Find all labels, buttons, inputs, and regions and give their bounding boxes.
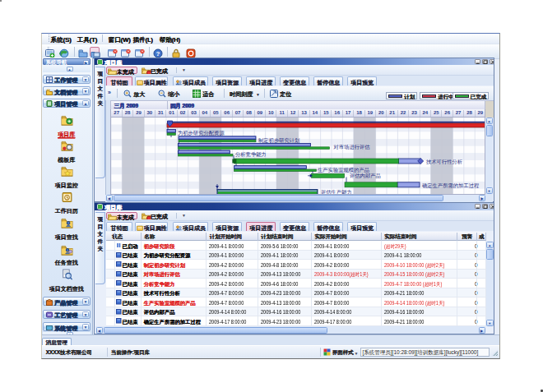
- svg-text:分析竞争能力: 分析竞争能力: [235, 151, 267, 158]
- svg-text:制定初步研究计划: 制定初步研究计划: [258, 136, 299, 143]
- svg-text:技术可行性分析: 技术可行性分析: [425, 159, 463, 165]
- svg-text:确定生产所需的加工过程: 确定生产所需的加工过程: [422, 182, 480, 188]
- svg-text:为初步研究分配资源: 为初步研究分配资源: [178, 130, 225, 136]
- svg-text:评估生产能力: 评估生产能力: [321, 189, 352, 195]
- svg-text:?: ?: [156, 50, 160, 58]
- svg-text:评估内部产品: 评估内部产品: [350, 173, 381, 179]
- svg-text:对市场进行评估: 对市场进行评估: [332, 144, 370, 150]
